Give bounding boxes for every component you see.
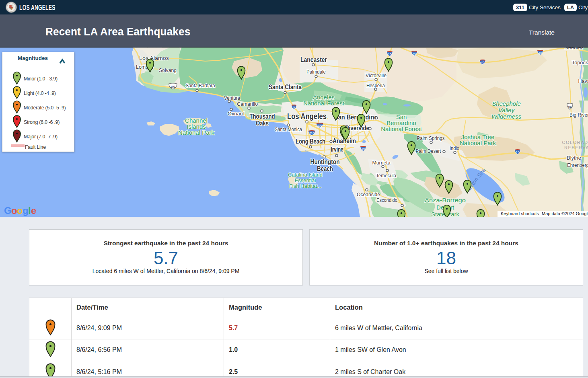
svg-text:Ehrenberg: Ehrenberg — [567, 162, 588, 168]
svg-text:Santa Clarita: Santa Clarita — [269, 83, 302, 91]
svg-text:Sheephole: Sheephole — [492, 100, 521, 107]
svg-text:Santa Barbara: Santa Barbara — [186, 83, 215, 88]
svg-text:Murrieta: Murrieta — [372, 160, 391, 166]
svg-text:l: l — [28, 205, 31, 216]
svg-text:95: 95 — [568, 105, 572, 109]
svg-text:Palm Desert: Palm Desert — [416, 148, 441, 154]
svg-text:Oxnard: Oxnard — [228, 111, 245, 117]
svg-text:e: e — [31, 205, 36, 216]
svg-text:National Forest: National Forest — [303, 100, 345, 107]
svg-text:Temecula: Temecula — [376, 173, 396, 179]
svg-text:Escondido: Escondido — [376, 197, 397, 203]
svg-text:Palmdale: Palmdale — [306, 69, 326, 75]
svg-text:5: 5 — [293, 106, 295, 109]
svg-text:40: 40 — [481, 61, 485, 64]
svg-text:San Bernardino: San Bernardino — [334, 113, 378, 121]
svg-text:o: o — [17, 205, 23, 216]
svg-text:Victorville: Victorville — [366, 73, 387, 78]
svg-text:COLORADO: COLORADO — [562, 140, 588, 145]
svg-text:40: 40 — [413, 52, 416, 55]
svg-text:National Park: National Park — [178, 129, 215, 136]
svg-text:Long Beach: Long Beach — [296, 138, 325, 145]
svg-text:Camarillo: Camarillo — [237, 101, 258, 107]
svg-text:Los Alamos: Los Alamos — [139, 55, 169, 61]
svg-text:Blythe: Blythe — [567, 155, 581, 161]
svg-text:Los Angeles: Los Angeles — [287, 112, 327, 121]
svg-text:Indio: Indio — [450, 146, 459, 151]
svg-text:Irvine: Irvine — [331, 146, 343, 153]
svg-text:Catalina Island: Catalina Island — [288, 172, 323, 178]
svg-text:Hava: Hava — [578, 78, 588, 84]
svg-text:Oceanside: Oceanside — [357, 192, 380, 197]
svg-text:Anza-Borrego: Anza-Borrego — [425, 197, 466, 203]
svg-text:15: 15 — [388, 52, 392, 56]
svg-text:o: o — [11, 205, 17, 216]
svg-text:Santa Monica: Santa Monica — [275, 127, 302, 132]
svg-text:RESERVATI: RESERVATI — [564, 145, 588, 150]
svg-text:Valley: Valley — [498, 107, 515, 113]
svg-text:Palm Springs: Palm Springs — [417, 136, 445, 141]
svg-text:Fish Habitat...: Fish Habitat... — [289, 183, 321, 189]
svg-text:10: 10 — [516, 150, 520, 154]
svg-text:Topock: Topock — [572, 60, 588, 66]
svg-text:Keyboard shortcuts: Keyboard shortcuts — [501, 211, 539, 216]
svg-text:National Forest: National Forest — [381, 125, 422, 132]
svg-text:National Park: National Park — [460, 140, 496, 146]
svg-text:Solvang: Solvang — [159, 68, 177, 73]
svg-text:Ventura: Ventura — [224, 95, 240, 101]
svg-text:G: G — [4, 205, 12, 216]
svg-text:Big River: Big River — [569, 112, 588, 118]
svg-text:101: 101 — [170, 85, 175, 88]
svg-text:Hesperia: Hesperia — [366, 83, 385, 88]
svg-text:710: 710 — [309, 132, 314, 135]
svg-text:Map data ©2024 Google, IN: Map data ©2024 Google, IN — [542, 211, 588, 216]
svg-text:40: 40 — [539, 51, 542, 55]
svg-text:Oaks: Oaks — [256, 119, 269, 127]
svg-text:15: 15 — [362, 147, 365, 151]
svg-text:605: 605 — [317, 124, 322, 127]
svg-text:g: g — [23, 205, 29, 216]
svg-text:Wilderness: Wilderness — [491, 113, 522, 120]
svg-text:Lancaster: Lancaster — [300, 56, 327, 64]
svg-text:Essential: Essential — [295, 177, 316, 183]
